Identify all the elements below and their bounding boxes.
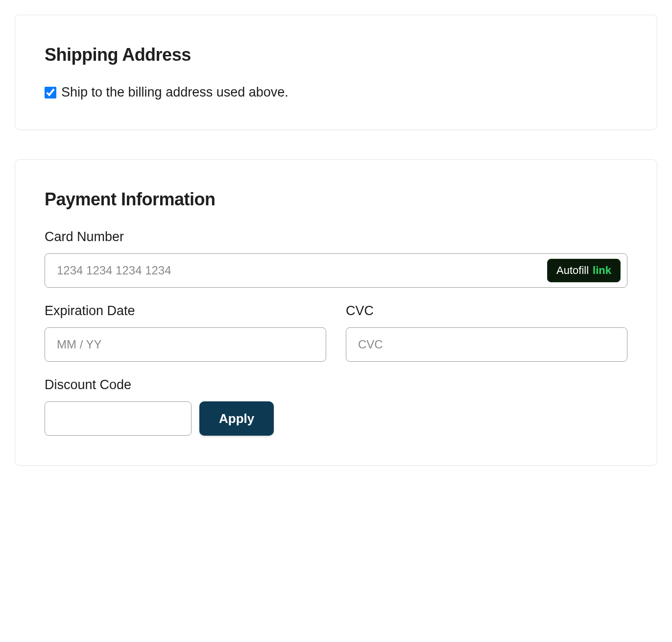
expiration-group: Expiration Date bbox=[45, 303, 326, 362]
cvc-group: CVC bbox=[346, 303, 627, 362]
card-number-group: Card Number Autofill link bbox=[45, 229, 627, 288]
card-number-label: Card Number bbox=[45, 229, 627, 245]
cvc-input[interactable] bbox=[346, 327, 627, 362]
discount-row: Apply bbox=[45, 401, 627, 436]
expiration-input[interactable] bbox=[45, 327, 326, 362]
discount-label: Discount Code bbox=[45, 377, 627, 393]
autofill-text: Autofill bbox=[556, 264, 589, 277]
autofill-link-button[interactable]: Autofill link bbox=[547, 259, 621, 282]
shipping-address-card: Shipping Address Ship to the billing add… bbox=[15, 15, 657, 130]
payment-information-card: Payment Information Card Number Autofill… bbox=[15, 159, 657, 466]
discount-input[interactable] bbox=[45, 401, 192, 436]
ship-to-billing-checkbox[interactable] bbox=[45, 87, 56, 99]
payment-information-title: Payment Information bbox=[45, 189, 627, 210]
card-number-wrapper: Autofill link bbox=[45, 253, 627, 288]
autofill-link-text: link bbox=[593, 264, 611, 277]
expiration-cvc-row: Expiration Date CVC bbox=[45, 303, 627, 377]
cvc-label: CVC bbox=[346, 303, 627, 319]
discount-group: Discount Code Apply bbox=[45, 377, 627, 436]
expiration-label: Expiration Date bbox=[45, 303, 326, 319]
card-number-input[interactable] bbox=[45, 253, 627, 288]
apply-button[interactable]: Apply bbox=[199, 401, 274, 436]
shipping-address-title: Shipping Address bbox=[45, 45, 627, 65]
ship-to-billing-row: Ship to the billing address used above. bbox=[45, 85, 627, 100]
ship-to-billing-label: Ship to the billing address used above. bbox=[61, 85, 288, 100]
